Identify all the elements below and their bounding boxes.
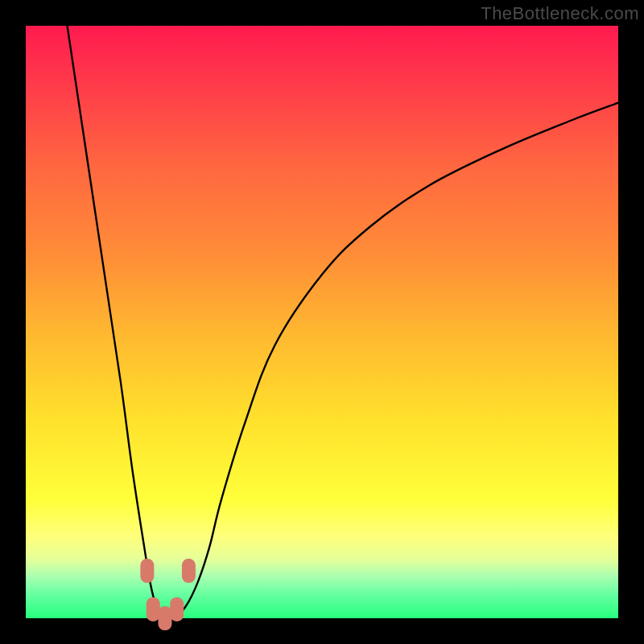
curve-marker	[158, 606, 171, 630]
chart-frame: TheBottleneck.com	[0, 0, 644, 644]
curve-marker	[147, 597, 160, 621]
curve-marker	[140, 559, 154, 583]
curve-path	[68, 26, 618, 619]
curve-marker	[170, 597, 184, 621]
curve-marker	[182, 559, 196, 583]
bottleneck-curve	[26, 26, 618, 618]
watermark-text: TheBottleneck.com	[481, 3, 639, 24]
chart-plot-area	[26, 26, 618, 618]
